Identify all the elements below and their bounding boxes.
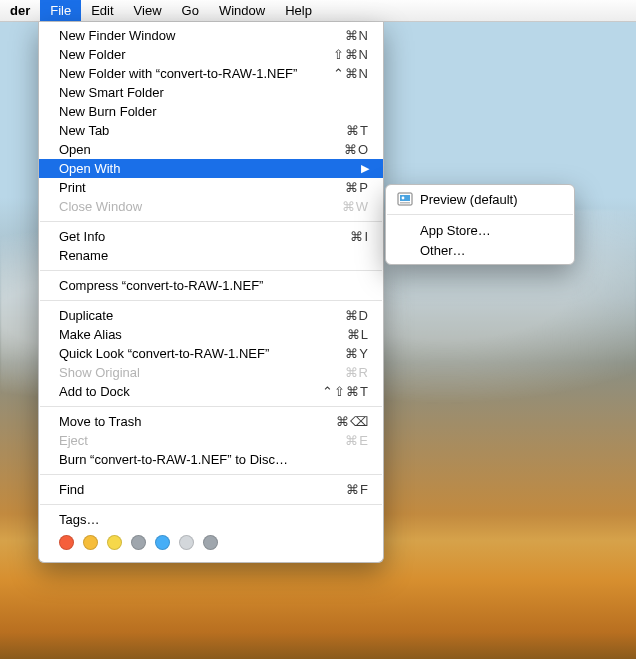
menu-item-new-burn-folder[interactable]: New Burn Folder	[39, 102, 383, 121]
tag-dot-1[interactable]	[83, 535, 98, 550]
menu-item-duplicate[interactable]: Duplicate⌘D	[39, 306, 383, 325]
menu-item-shortcut: ⌘I	[315, 229, 369, 244]
menu-item-shortcut: ⌘E	[315, 433, 369, 448]
menubar-item-window[interactable]: Window	[209, 0, 275, 21]
menu-item-shortcut: ⌘D	[315, 308, 369, 323]
menu-item-label: Move to Trash	[59, 414, 315, 429]
menu-item-label: New Smart Folder	[59, 85, 369, 100]
menu-separator	[40, 504, 382, 505]
menu-item-label: New Folder with “convert-to-RAW-1.NEF”	[59, 66, 315, 81]
menu-item-make-alias[interactable]: Make Alias⌘L	[39, 325, 383, 344]
submenu-item-label: Other…	[420, 243, 466, 258]
tag-dot-3[interactable]	[131, 535, 146, 550]
submenu-item-label: Preview (default)	[420, 192, 518, 207]
menu-item-move-to-trash[interactable]: Move to Trash⌘⌫	[39, 412, 383, 431]
menubar-item-view[interactable]: View	[124, 0, 172, 21]
menu-item-label: Open	[59, 142, 315, 157]
tag-dot-6[interactable]	[203, 535, 218, 550]
menu-item-shortcut: ⌘W	[315, 199, 369, 214]
menu-item-label: Burn “convert-to-RAW-1.NEF” to Disc…	[59, 452, 369, 467]
menu-item-label: Eject	[59, 433, 315, 448]
tag-dot-5[interactable]	[179, 535, 194, 550]
menu-item-label: Show Original	[59, 365, 315, 380]
menu-separator	[40, 406, 382, 407]
menu-item-label: New Burn Folder	[59, 104, 369, 119]
menu-item-tags[interactable]: Tags…	[39, 510, 383, 529]
submenu-item-label: App Store…	[420, 223, 491, 238]
menu-item-get-info[interactable]: Get Info⌘I	[39, 227, 383, 246]
menu-item-label: Find	[59, 482, 315, 497]
menu-item-burn-convert-to-raw-1-nef-to-disc[interactable]: Burn “convert-to-RAW-1.NEF” to Disc…	[39, 450, 383, 469]
preview-icon	[396, 191, 414, 207]
menu-item-new-finder-window[interactable]: New Finder Window⌘N	[39, 26, 383, 45]
menu-item-new-tab[interactable]: New Tab⌘T	[39, 121, 383, 140]
open-with-submenu: Preview (default)App Store…Other…	[385, 184, 575, 265]
menu-item-rename[interactable]: Rename	[39, 246, 383, 265]
menu-item-label: Tags…	[59, 512, 369, 527]
blank-icon	[396, 242, 414, 258]
menu-item-find[interactable]: Find⌘F	[39, 480, 383, 499]
svg-point-2	[402, 197, 405, 200]
menubar: der FileEditViewGoWindowHelp	[0, 0, 636, 22]
menu-item-label: Quick Look “convert-to-RAW-1.NEF”	[59, 346, 315, 361]
menu-item-compress-convert-to-raw-1-nef[interactable]: Compress “convert-to-RAW-1.NEF”	[39, 276, 383, 295]
menu-item-label: Add to Dock	[59, 384, 315, 399]
menu-item-shortcut: ⌘Y	[315, 346, 369, 361]
menu-item-quick-look-convert-to-raw-1-nef[interactable]: Quick Look “convert-to-RAW-1.NEF”⌘Y	[39, 344, 383, 363]
app-name: der	[0, 0, 40, 21]
tag-dot-2[interactable]	[107, 535, 122, 550]
menu-item-label: Close Window	[59, 199, 315, 214]
submenu-item-preview-default[interactable]: Preview (default)	[386, 189, 574, 209]
menu-item-shortcut: ⌘N	[315, 28, 369, 43]
menu-item-shortcut: ⌘L	[315, 327, 369, 342]
submenu-item-other[interactable]: Other…	[386, 240, 574, 260]
svg-rect-3	[400, 202, 410, 204]
tag-dot-4[interactable]	[155, 535, 170, 550]
menu-item-shortcut: ⌘F	[315, 482, 369, 497]
menu-item-new-folder[interactable]: New Folder⇧⌘N	[39, 45, 383, 64]
menu-item-shortcut: ⌃⌘N	[315, 66, 369, 81]
menu-separator	[40, 270, 382, 271]
svg-rect-1	[400, 195, 410, 201]
menu-item-shortcut: ⌘O	[315, 142, 369, 157]
menu-item-eject: Eject⌘E	[39, 431, 383, 450]
tag-dot-0[interactable]	[59, 535, 74, 550]
menu-item-close-window: Close Window⌘W	[39, 197, 383, 216]
menu-item-shortcut: ⌃⇧⌘T	[315, 384, 369, 399]
submenu-arrow-icon: ▶	[355, 162, 369, 175]
menu-item-label: Rename	[59, 248, 369, 263]
menu-item-shortcut: ⇧⌘N	[315, 47, 369, 62]
menu-item-shortcut: ⌘P	[315, 180, 369, 195]
menubar-item-go[interactable]: Go	[172, 0, 209, 21]
submenu-item-app-store[interactable]: App Store…	[386, 220, 574, 240]
menu-item-show-original: Show Original⌘R	[39, 363, 383, 382]
menu-item-open-with[interactable]: Open With▶	[39, 159, 383, 178]
menu-item-label: Get Info	[59, 229, 315, 244]
menu-item-label: Open With	[59, 161, 351, 176]
menu-item-label: New Tab	[59, 123, 315, 138]
menu-item-open[interactable]: Open⌘O	[39, 140, 383, 159]
menu-item-shortcut: ⌘⌫	[315, 414, 369, 429]
menu-item-label: Compress “convert-to-RAW-1.NEF”	[59, 278, 369, 293]
menu-separator	[40, 474, 382, 475]
blank-icon	[396, 222, 414, 238]
submenu-separator	[387, 214, 573, 215]
menu-item-print[interactable]: Print⌘P	[39, 178, 383, 197]
menu-item-label: New Folder	[59, 47, 315, 62]
menu-separator	[40, 300, 382, 301]
menubar-item-file[interactable]: File	[40, 0, 81, 21]
menu-item-label: Make Alias	[59, 327, 315, 342]
menubar-item-edit[interactable]: Edit	[81, 0, 123, 21]
menu-item-label: Print	[59, 180, 315, 195]
menubar-item-help[interactable]: Help	[275, 0, 322, 21]
menu-item-new-smart-folder[interactable]: New Smart Folder	[39, 83, 383, 102]
menu-item-label: Duplicate	[59, 308, 315, 323]
menu-item-shortcut: ⌘R	[315, 365, 369, 380]
file-menu: New Finder Window⌘NNew Folder⇧⌘NNew Fold…	[38, 22, 384, 563]
menu-item-shortcut: ⌘T	[315, 123, 369, 138]
menu-item-label: New Finder Window	[59, 28, 315, 43]
menu-separator	[40, 221, 382, 222]
menu-item-new-folder-with-convert-to-raw-1-nef[interactable]: New Folder with “convert-to-RAW-1.NEF”⌃⌘…	[39, 64, 383, 83]
tags-row	[39, 529, 383, 554]
menu-item-add-to-dock[interactable]: Add to Dock⌃⇧⌘T	[39, 382, 383, 401]
